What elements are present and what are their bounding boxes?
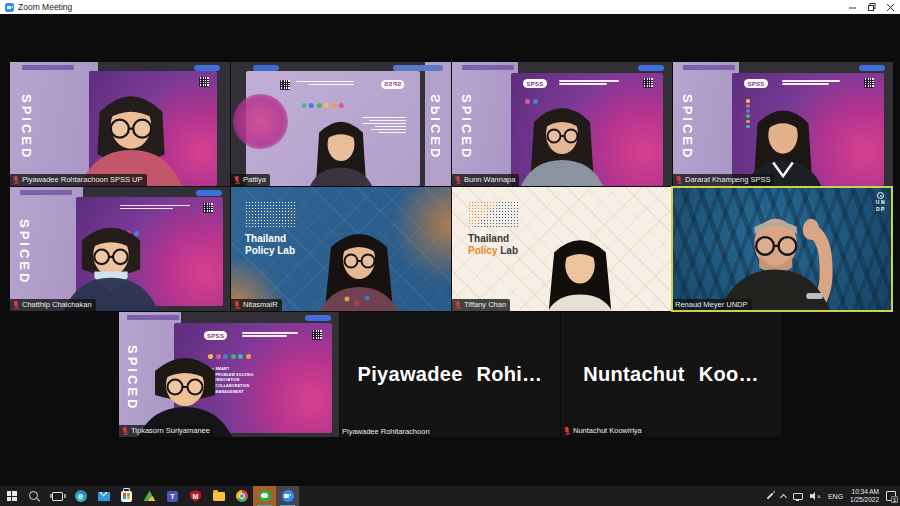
muted-mic-icon: [12, 300, 20, 310]
participant-name: Renaud Meyer UNDP: [675, 300, 748, 309]
tray-date: 1/25/2022: [850, 496, 879, 503]
task-view-button[interactable]: [46, 486, 69, 506]
teams-icon: T: [167, 491, 178, 502]
search-button[interactable]: [23, 486, 46, 506]
video-tile-renaud-meyer-undp[interactable]: UN DP Renaud Meyer UNDP: [671, 186, 893, 312]
slide-banner: [393, 65, 443, 71]
qr-code: [864, 78, 874, 88]
video-tile-dararat-khampeng[interactable]: SPICED SPSS Dararat Khampeng SPSS: [673, 62, 893, 186]
participant-name: Piyawadee Rohtarachoon SPSS UP: [22, 175, 143, 184]
un-emblem-icon: [877, 192, 884, 199]
taskbar-google-drive[interactable]: [138, 486, 161, 506]
tpl-brand-line1: Thailand: [468, 233, 518, 245]
video-tile-nuntachut-koowiriya[interactable]: Nuntachut Koo… Nuntachut Koowiriya: [561, 312, 781, 437]
close-button[interactable]: [881, 0, 900, 14]
minimize-button[interactable]: [843, 0, 862, 14]
taskbar-line[interactable]: [253, 486, 276, 506]
chevron-up-icon: [780, 493, 787, 500]
undp-logo: UN DP: [876, 192, 886, 212]
muted-mic-icon: [454, 300, 462, 310]
participant-video-person: [119, 339, 260, 437]
mcafee-shield-icon: M: [190, 490, 201, 502]
taskbar-edge[interactable]: e: [69, 486, 92, 506]
qr-code: [203, 203, 213, 213]
tpl-brand-line2: Policy Lab: [245, 245, 295, 257]
muted-mic-icon: [233, 175, 241, 185]
tray-time: 10:34 AM: [852, 488, 879, 495]
spiced-brand-text: SPICED: [17, 219, 32, 285]
slide-banner: [22, 65, 74, 70]
tray-overflow-button[interactable]: [781, 493, 786, 500]
video-tile-tipkasorn-suriyamanee[interactable]: SPICED SPSS SMART PROBLEM SOLVING INNOVA…: [119, 312, 339, 437]
participant-name: Nuntachut Koowiriya: [573, 426, 642, 435]
action-center-button[interactable]: 1: [886, 491, 896, 501]
language-indicator[interactable]: ENG: [828, 493, 843, 500]
video-tile-pattiya[interactable]: SPSS SPICED Pattiya: [231, 62, 451, 186]
video-tile-chatthip-chaichakan[interactable]: SPICED Chatthip Chaichakan: [10, 187, 230, 311]
video-tile-piyawadee-spss-up[interactable]: SPICED Piyawadee Rohtarachoon SPSS UP: [10, 62, 230, 186]
taskbar-file-explorer[interactable]: [207, 486, 230, 506]
line-app-icon: [259, 490, 271, 502]
participant-video-person: [289, 213, 429, 311]
taskbar-store[interactable]: [115, 486, 138, 506]
task-view-icon: [52, 492, 63, 501]
qr-code: [312, 330, 322, 340]
window-titlebar: Zoom Meeting: [0, 0, 900, 14]
google-drive-icon: [144, 491, 156, 502]
spss-logo: SPSS: [381, 80, 404, 89]
participant-name: Bunn Wannapa: [464, 175, 515, 184]
participant-name: Tipkasorn Suriyamanee: [131, 426, 210, 435]
windows-taskbar: e T M × ENG 10:34 AM 1/25/2022 1: [0, 486, 900, 506]
muted-mic-icon: [233, 300, 241, 310]
participant-video-person: [721, 90, 846, 186]
pen-icon: [766, 493, 773, 500]
video-tile-nitasmair[interactable]: TP Thailand Policy Lab NitasmaiR: [231, 187, 451, 311]
taskbar-chrome[interactable]: [230, 486, 253, 506]
taskbar-mail[interactable]: [92, 486, 115, 506]
search-icon: [29, 491, 40, 502]
spiced-brand-text-mirrored: SPICED: [428, 94, 443, 160]
tp-logo: TP: [468, 201, 518, 227]
video-tile-bunn-wannapa[interactable]: SPICED SPSS Bunn Wannapa: [452, 62, 672, 186]
tpl-brand-policy: Policy: [468, 245, 497, 256]
windows-ink-button[interactable]: [766, 495, 774, 497]
spiced-brand-text: SPICED: [19, 94, 34, 160]
spiced-brand-text: SPICED: [459, 94, 474, 160]
notification-icon: 1: [886, 491, 896, 501]
windows-logo-icon: [7, 491, 17, 501]
notification-badge: 1: [891, 496, 898, 503]
participant-video-person: [515, 221, 645, 311]
taskbar-mcafee[interactable]: M: [184, 486, 207, 506]
taskbar-zoom[interactable]: [276, 486, 299, 506]
muted-mic-icon: [454, 175, 462, 185]
chrome-icon: [236, 490, 248, 502]
muted-mic-icon: [12, 175, 20, 185]
participant-video-person: [497, 88, 627, 186]
slide-button-graphic: [638, 65, 664, 71]
microsoft-store-icon: [121, 491, 132, 502]
slide-button-graphic: [859, 65, 885, 71]
participant-name: Piyawadee Rohitarachoon: [342, 427, 430, 436]
taskbar-clock[interactable]: 10:34 AM 1/25/2022: [850, 488, 879, 504]
video-tile-tiffany-chan[interactable]: TP Thailand Policy Lab Tiffany Chan: [452, 187, 672, 311]
video-tile-piyawadee-rohitarachoon[interactable]: Piyawadee Rohi… Piyawadee Rohitarachoon: [340, 312, 560, 437]
tpl-brand-line1: Thailand: [245, 233, 295, 245]
edge-icon: e: [75, 490, 87, 502]
start-button[interactable]: [0, 486, 23, 506]
participant-name: NitasmaiR: [243, 300, 278, 309]
slide-banner: [20, 190, 72, 195]
volume-button[interactable]: ×: [810, 492, 821, 501]
maximize-button[interactable]: [862, 0, 881, 14]
monitor-icon: [793, 493, 803, 500]
spss-logo: SPSS: [523, 79, 546, 88]
file-explorer-icon: [213, 492, 225, 501]
participant-video-person: [286, 104, 396, 186]
slide-banner: [683, 65, 735, 70]
slide-button-graphic: [194, 65, 220, 71]
desktop-screen: Zoom Meeting SPICED Piyawadee Rohtaracho…: [0, 0, 900, 506]
spiced-background-panel: SPICED: [425, 62, 451, 186]
display-settings-button[interactable]: [793, 493, 803, 500]
taskbar-teams[interactable]: T: [161, 486, 184, 506]
slide-banner: [462, 65, 514, 70]
qr-code: [280, 80, 290, 90]
